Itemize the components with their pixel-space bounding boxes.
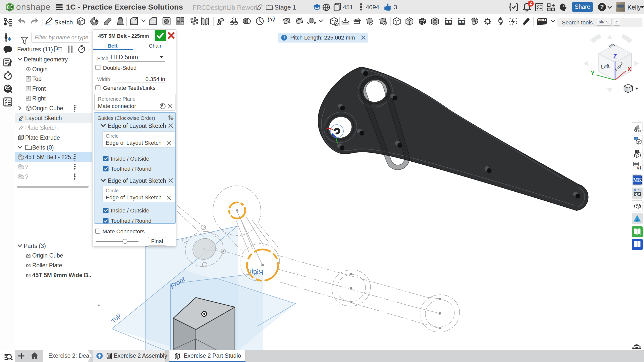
svg-text:i: i: [283, 35, 285, 40]
svg-text:Z: Z: [613, 53, 617, 60]
svg-text:Left: Left: [601, 63, 610, 70]
svg-text:Y: Y: [591, 70, 595, 77]
svg-text:?: ?: [600, 4, 604, 10]
svg-text:HELLO: HELLO: [539, 19, 545, 22]
svg-text:(x): (x): [267, 15, 275, 22]
svg-text:X: X: [627, 66, 631, 73]
svg-text:x): x): [636, 164, 641, 170]
